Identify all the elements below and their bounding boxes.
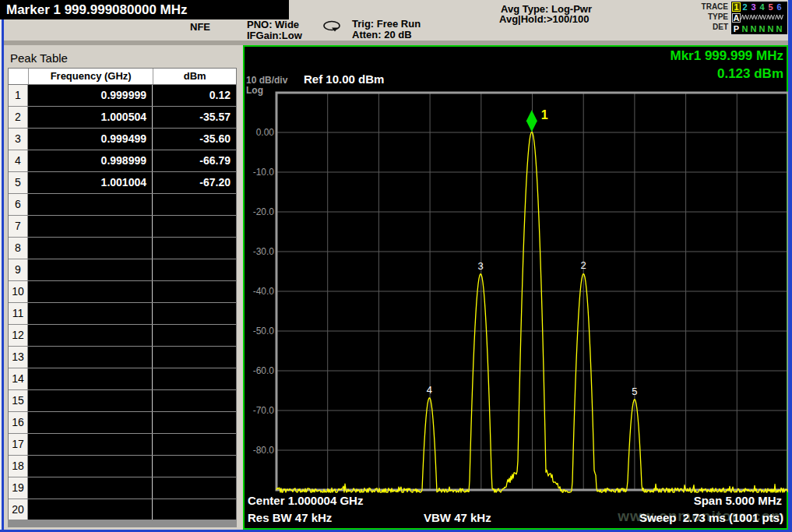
dbm-cell xyxy=(153,303,235,324)
peak-number-label: 3 xyxy=(478,260,484,272)
dbm-cell xyxy=(153,434,235,455)
trace-number[interactable]: 6 xyxy=(775,2,783,12)
frequency-cell xyxy=(28,456,153,477)
frequency-cell xyxy=(28,434,153,455)
center-frequency-label[interactable]: Center 1.000004 GHz xyxy=(248,494,363,507)
trace-type[interactable] xyxy=(766,13,775,23)
trace-number[interactable]: 4 xyxy=(758,2,766,12)
trace-detector[interactable]: N xyxy=(758,24,766,33)
type-row-label: TYPE xyxy=(678,12,728,21)
table-row[interactable]: 19 xyxy=(9,477,236,499)
row-number: 1 xyxy=(9,85,28,106)
frequency-cell xyxy=(28,303,153,324)
avg-hold-annotation[interactable]: Avg|Hold:>100/100 xyxy=(499,13,590,25)
row-number: 15 xyxy=(9,390,28,411)
span-label[interactable]: Span 5.000 MHz xyxy=(694,494,782,507)
table-row[interactable]: 8 xyxy=(9,238,236,259)
marker1-diamond[interactable] xyxy=(526,110,537,132)
frequency-cell xyxy=(28,216,153,237)
dbm-cell xyxy=(153,281,235,302)
table-row[interactable]: 40.998999-66.79 xyxy=(9,150,236,172)
ifgain-annotation[interactable]: IFGain:Low xyxy=(247,30,302,41)
trace-legend-box[interactable]: 123456 A PNNNNN xyxy=(730,1,788,35)
table-row[interactable]: 17 xyxy=(9,434,236,456)
table-row[interactable]: 51.001004-67.20 xyxy=(9,172,236,194)
rbw-label[interactable]: Res BW 47 kHz xyxy=(248,511,332,524)
frequency-cell xyxy=(28,194,153,215)
frequency-cell xyxy=(28,325,153,346)
row-number: 17 xyxy=(9,434,28,455)
trace-number[interactable]: 5 xyxy=(766,2,775,12)
row-number: 18 xyxy=(9,456,28,477)
table-row[interactable]: 21.000504-35.57 xyxy=(9,107,236,129)
trace-number[interactable]: 1 xyxy=(732,2,741,12)
row-number: 9 xyxy=(9,259,28,280)
table-row[interactable]: 7 xyxy=(9,216,236,238)
table-row[interactable]: 30.999499-35.60 xyxy=(9,129,236,150)
table-row[interactable]: 12 xyxy=(9,325,236,347)
table-row[interactable]: 13 xyxy=(9,347,236,368)
trace-type[interactable] xyxy=(775,13,783,23)
vbw-label[interactable]: VBW 47 kHz xyxy=(424,511,491,524)
row-number: 3 xyxy=(9,129,28,150)
trace-detector[interactable]: N xyxy=(766,24,775,33)
frequency-cell: 0.999499 xyxy=(28,129,153,150)
trace-type[interactable] xyxy=(749,13,758,23)
nfe-annotation[interactable]: NFE xyxy=(190,21,210,33)
row-number: 14 xyxy=(9,368,28,389)
table-row[interactable]: 9 xyxy=(9,259,236,281)
dbm-cell xyxy=(153,259,235,280)
spectrum-display: Mkr1 999.999 MHz 0.123 dBm 10 dB/div Log… xyxy=(243,45,788,530)
peak-table-header: Frequency (GHz) dBm xyxy=(9,69,236,85)
trace-detector[interactable]: N xyxy=(775,24,783,33)
right-frame xyxy=(788,0,792,532)
trace-detector[interactable]: N xyxy=(741,24,749,33)
table-row[interactable]: 20 xyxy=(9,499,236,521)
clearwrite-waveform-icon xyxy=(749,13,758,21)
trace-type[interactable] xyxy=(758,13,766,23)
dbm-cell xyxy=(153,477,235,499)
row-number: 11 xyxy=(9,303,28,324)
table-row[interactable]: 14 xyxy=(9,368,236,390)
continuous-sweep-icon[interactable] xyxy=(322,20,342,32)
table-row[interactable]: 10.9999990.12 xyxy=(9,85,236,107)
dbm-cell xyxy=(153,194,235,215)
trace-detector[interactable]: P xyxy=(732,24,741,33)
table-row[interactable]: 15 xyxy=(9,390,236,412)
frequency-cell xyxy=(28,238,153,259)
trace-row-label: TRACE xyxy=(678,2,728,11)
frequency-cell xyxy=(28,259,153,280)
trace-number[interactable]: 3 xyxy=(749,2,758,12)
dbm-cell xyxy=(153,368,235,389)
peak-table-scroll-strip[interactable] xyxy=(8,520,237,527)
atten-annotation[interactable]: Atten: 20 dB xyxy=(352,29,412,41)
table-row[interactable]: 10 xyxy=(9,281,236,303)
trace-detectors-row[interactable]: PNNNNN xyxy=(731,23,787,34)
dbm-cell xyxy=(153,216,235,237)
trace-type[interactable]: A xyxy=(732,13,741,23)
peak-number-label: 4 xyxy=(427,384,432,396)
row-number-column-header xyxy=(9,69,29,84)
table-row[interactable]: 11 xyxy=(9,303,236,325)
trace-detector[interactable]: N xyxy=(749,24,758,33)
trigger-annotation[interactable]: Trig: Free Run xyxy=(352,18,421,30)
trace-type[interactable] xyxy=(741,13,749,23)
frequency-column-header: Frequency (GHz) xyxy=(29,69,153,84)
pno-annotation[interactable]: PNO: Wide xyxy=(247,19,299,30)
frequency-cell: 0.998999 xyxy=(28,150,153,171)
sweep-label[interactable]: Sweep 2.73 ms (1001 pts) xyxy=(639,511,783,524)
analyzer-screen: Marker 1 999.999080000 MHz NFE PNO: Wide… xyxy=(0,0,792,532)
table-row[interactable]: 18 xyxy=(9,456,236,477)
trace-number[interactable]: 2 xyxy=(741,2,749,12)
table-row[interactable]: 6 xyxy=(9,194,236,216)
table-row[interactable]: 16 xyxy=(9,412,236,434)
dbm-cell xyxy=(153,412,235,433)
frequency-cell: 1.001004 xyxy=(28,172,153,193)
dbm-cell: -67.20 xyxy=(153,172,235,193)
sweep-word: Sweep xyxy=(639,511,677,524)
row-number: 20 xyxy=(9,499,28,521)
sweep-value: 2.73 ms (1001 pts) xyxy=(683,511,783,524)
trace-numbers-row[interactable]: 123456 xyxy=(731,2,787,12)
trace-types-row[interactable]: A xyxy=(731,12,787,23)
frequency-cell: 1.000504 xyxy=(28,107,153,128)
